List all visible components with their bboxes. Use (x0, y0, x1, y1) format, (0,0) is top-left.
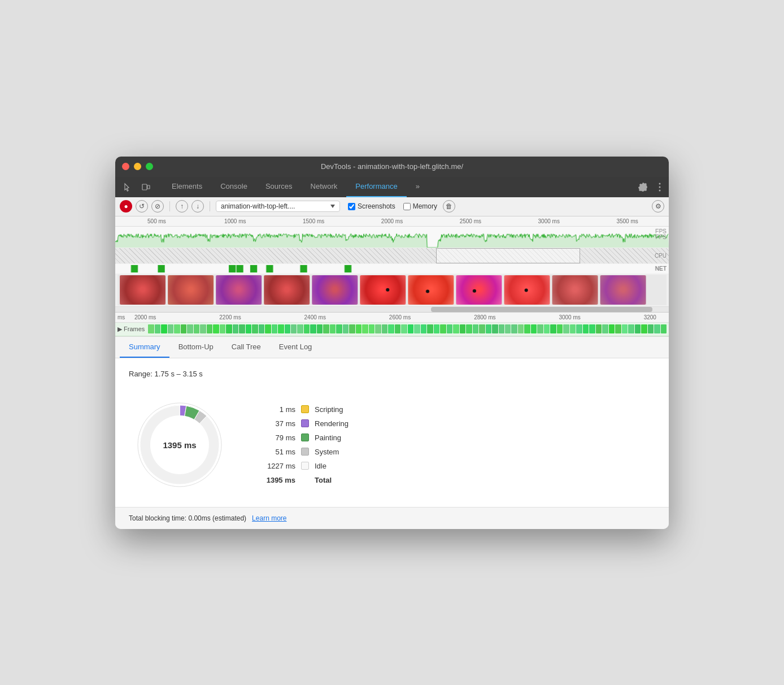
time-ruler-ticks: 500 ms 1000 ms 1500 ms 2000 ms 2500 ms 3… (117, 218, 667, 224)
legend-label-rendering: Rendering (315, 419, 349, 428)
frame-bar (272, 324, 277, 333)
range-text: Range: 1.75 s – 3.15 s (129, 370, 655, 378)
frame-bar (297, 324, 303, 333)
tab-elements[interactable]: Elements (163, 177, 211, 197)
frame-bar (466, 324, 472, 333)
tab-bottom-up[interactable]: Bottom-Up (169, 337, 223, 358)
frame-bar (265, 324, 271, 333)
frame-bar (589, 324, 595, 333)
legend-swatch-scripting (301, 405, 309, 413)
frame-bar (447, 324, 452, 333)
legend-label-idle: Idle (315, 462, 326, 470)
tab-more[interactable]: » (407, 177, 429, 197)
tab-event-log[interactable]: Event Log (270, 337, 321, 358)
tick-3500: 3500 ms (588, 218, 667, 224)
frame-bar (486, 324, 491, 333)
learn-more-link[interactable]: Learn more (252, 514, 286, 522)
timeline-area: 500 ms 1000 ms 1500 ms 2000 ms 2500 ms 3… (115, 216, 669, 337)
legend-value-idle: 1227 ms (264, 462, 295, 470)
frame-bar (207, 324, 212, 333)
clear-button[interactable]: ⊘ (151, 200, 164, 213)
tick2-2000: 2000 ms (134, 314, 156, 320)
frame-bar (544, 324, 550, 333)
separator2 (210, 201, 210, 211)
frame-bar (349, 324, 355, 333)
frame-bar (537, 324, 543, 333)
donut-chart: 1395 ms (129, 394, 230, 496)
tab-sources[interactable]: Sources (256, 177, 302, 197)
frame-bar (576, 324, 582, 333)
frame-bar (596, 324, 602, 333)
maximize-button[interactable] (146, 163, 153, 170)
frame-bar (226, 324, 232, 333)
frame-bar (220, 324, 225, 333)
tab-bar-icons (120, 177, 154, 197)
frame-bar (239, 324, 245, 333)
minimize-button[interactable] (134, 163, 141, 170)
frame-bars (148, 324, 667, 333)
tick-500: 500 ms (117, 218, 196, 224)
cpu-label: CPU (655, 253, 667, 259)
tab-console[interactable]: Console (211, 177, 256, 197)
legend-item-painting: 79 msPainting (264, 433, 349, 442)
frame-bar (492, 324, 498, 333)
device-toggle-icon[interactable] (138, 180, 154, 194)
settings-icon[interactable] (635, 180, 651, 194)
timeline-scrollbar[interactable] (115, 307, 669, 313)
url-selector[interactable]: animation-with-top-left.... (216, 201, 340, 212)
gear-button[interactable]: ⚙ (652, 200, 664, 213)
tick2-3200: 3200 (644, 314, 656, 320)
legend-label-system: System (315, 448, 339, 456)
frame-bar (648, 324, 654, 333)
frames-label[interactable]: ▶ Frames (117, 326, 145, 333)
tick-3000: 3000 ms (509, 218, 588, 224)
legend-value-rendering: 37 ms (264, 419, 295, 428)
record-button[interactable]: ● (120, 200, 132, 213)
frame-bar (414, 324, 420, 333)
net-label: NET (655, 266, 667, 272)
frame-bar (369, 324, 374, 333)
net-row: NET (115, 264, 669, 274)
frame-bar (563, 324, 569, 333)
time-ruler-zoomed: ms 2000 ms 2200 ms 2400 ms 2600 ms 2800 … (115, 313, 669, 323)
download-button[interactable]: ↓ (191, 200, 204, 213)
frame-bar (479, 324, 485, 333)
legend-item-rendering: 37 msRendering (264, 419, 349, 428)
footer-text: Total blocking time: 0.00ms (estimated) (129, 514, 246, 522)
svg-rect-0 (142, 184, 147, 190)
frames-row: ▶ Frames (115, 323, 669, 336)
frame-bar (453, 324, 459, 333)
frame-bar (343, 324, 349, 333)
screenshots-checkbox[interactable] (348, 203, 355, 210)
frame-bar (524, 324, 530, 333)
frame-bar (362, 324, 368, 333)
tab-call-tree[interactable]: Call Tree (223, 337, 270, 358)
more-options-icon[interactable] (655, 180, 664, 194)
memory-label[interactable]: Memory (403, 202, 437, 210)
tab-performance[interactable]: Performance (346, 177, 406, 197)
donut-center-text: 1395 ms (163, 440, 196, 449)
devtools-window: DevTools - animation-with-top-left.glitc… (115, 157, 669, 529)
frame-bar (375, 324, 381, 333)
reload-record-button[interactable]: ↺ (136, 200, 148, 213)
screenshots-row (115, 274, 669, 307)
frame-bar (278, 324, 284, 333)
frame-bar (615, 324, 621, 333)
screenshots-label[interactable]: Screenshots (348, 202, 395, 210)
tab-network[interactable]: Network (302, 177, 347, 197)
close-button[interactable] (122, 163, 129, 170)
frame-bar (622, 324, 628, 333)
frame-bar (427, 324, 433, 333)
tab-summary[interactable]: Summary (120, 337, 169, 358)
legend-value-system: 51 ms (264, 448, 295, 456)
inspect-icon[interactable] (120, 180, 136, 194)
frame-bar (161, 324, 167, 333)
memory-checkbox[interactable] (403, 203, 411, 210)
legend-label-scripting: Scripting (315, 405, 343, 414)
bottom-tabs: Summary Bottom-Up Call Tree Event Log (115, 337, 669, 358)
legend-item-system: 51 msSystem (264, 448, 349, 456)
svg-point-2 (659, 183, 661, 184)
upload-button[interactable]: ↑ (176, 200, 188, 213)
trash-button[interactable]: 🗑 (443, 200, 455, 213)
frame-bar (259, 324, 264, 333)
